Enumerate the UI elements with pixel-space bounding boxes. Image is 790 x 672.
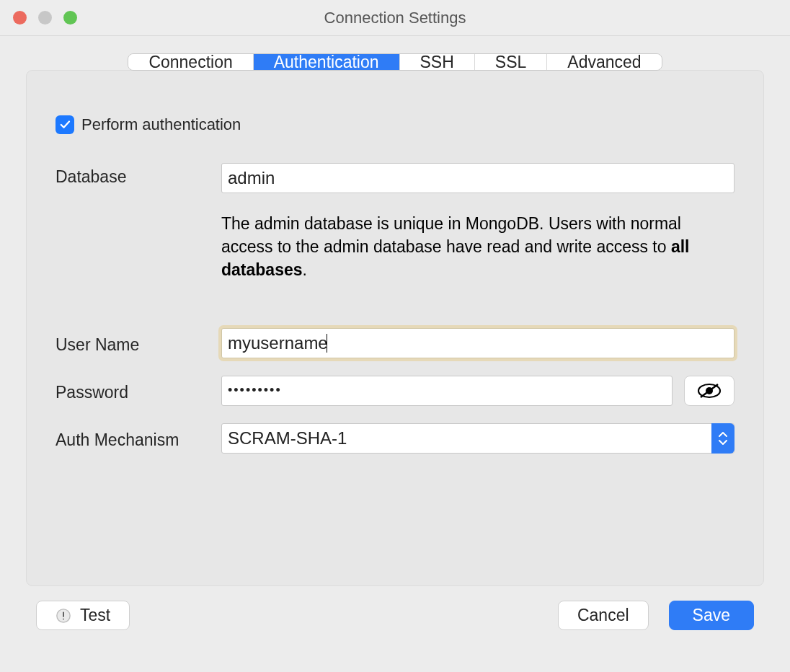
auth-mechanism-select[interactable]: SCRAM-SHA-1 (221, 423, 734, 454)
tab-connection[interactable]: Connection (128, 54, 253, 70)
eye-off-icon (697, 383, 722, 399)
test-button[interactable]: Test (36, 601, 130, 630)
auth-mechanism-label: Auth Mechanism (56, 426, 221, 450)
dialog-footer: Test Cancel Save (26, 601, 764, 630)
perform-auth-row: Perform authentication (56, 115, 734, 134)
auth-mechanism-row: Auth Mechanism SCRAM-SHA-1 (56, 423, 734, 454)
exclamation-icon (56, 608, 71, 624)
database-row: Database The admin database is unique in… (56, 163, 734, 282)
password-row: Password ••••••••• (56, 376, 734, 406)
database-label: Database (56, 163, 221, 187)
minimize-window-button[interactable] (38, 11, 52, 25)
chevron-updown-icon (711, 423, 734, 454)
traffic-lights (0, 11, 77, 25)
svg-rect-4 (63, 611, 64, 616)
titlebar[interactable]: Connection Settings (0, 0, 790, 36)
perform-auth-checkbox[interactable] (56, 115, 74, 134)
password-label: Password (56, 379, 221, 402)
password-input[interactable]: ••••••••• (221, 376, 673, 406)
svg-rect-5 (63, 618, 64, 619)
text-caret (327, 334, 327, 353)
toggle-password-visibility-button[interactable] (684, 376, 734, 406)
database-hint: The admin database is unique in MongoDB.… (221, 212, 726, 282)
tab-bar: Connection Authentication SSH SSL Advanc… (26, 36, 764, 71)
close-window-button[interactable] (13, 11, 27, 25)
database-input[interactable] (221, 163, 734, 193)
zoom-window-button[interactable] (63, 11, 77, 25)
content-area: Connection Authentication SSH SSL Advanc… (0, 36, 790, 645)
save-button[interactable]: Save (669, 601, 754, 630)
tab-ssh[interactable]: SSH (400, 54, 475, 70)
tab-advanced[interactable]: Advanced (547, 54, 661, 70)
cancel-button[interactable]: Cancel (558, 601, 649, 630)
username-input[interactable]: myusername (221, 328, 734, 358)
username-label: User Name (56, 331, 221, 355)
username-row: User Name myusername (56, 328, 734, 358)
tab-ssl[interactable]: SSL (475, 54, 547, 70)
settings-panel: Perform authentication Database The admi… (26, 70, 764, 586)
check-icon (58, 118, 71, 131)
perform-auth-label: Perform authentication (81, 115, 241, 134)
window-title: Connection Settings (0, 0, 790, 35)
tab-authentication[interactable]: Authentication (254, 54, 400, 70)
